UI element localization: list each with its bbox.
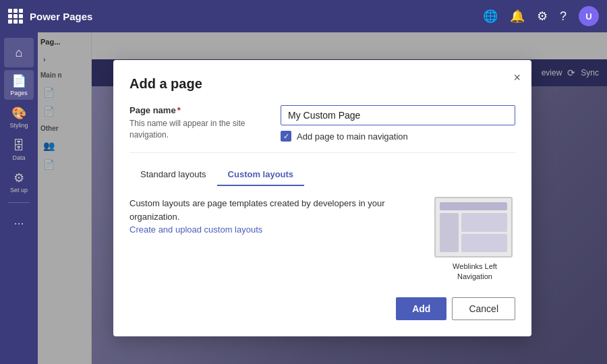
thumb-body (440, 213, 507, 252)
sidebar-item-data[interactable]: 🗄 Data (4, 135, 34, 164)
sidebar-item-home[interactable]: ⌂ (4, 38, 34, 67)
sidebar: ⌂ 📄 Pages 🎨 Styling 🗄 Data ⚙ Set up ··· (0, 32, 38, 364)
custom-desc-col: Custom layouts are page templates create… (129, 197, 418, 235)
thumb-header (440, 202, 507, 210)
checkbox-label: Add page to main navigation (297, 131, 408, 142)
topbar: Power Pages 🌐 🔔 ⚙ ? U (0, 0, 607, 32)
checkbox-row: ✓ Add page to main navigation (281, 131, 515, 142)
styling-label: Styling (9, 122, 28, 129)
data-label: Data (12, 154, 25, 161)
tab-custom-layouts[interactable]: Custom layouts (217, 164, 305, 186)
cancel-button[interactable]: Cancel (452, 297, 515, 320)
content-area: Pag... › Main n 📄 📄 Other 👥 📄 eview (38, 32, 607, 364)
page-name-row: Page name* This name will appear in the … (129, 105, 515, 142)
add-button[interactable]: Add (396, 297, 446, 320)
sidebar-item-pages[interactable]: 📄 Pages (4, 70, 34, 100)
help-icon[interactable]: ? (560, 9, 567, 24)
topbar-icons: 🌐 🔔 ⚙ ? U (483, 6, 599, 26)
avatar[interactable]: U (579, 6, 599, 26)
layout-content: Custom layouts are page templates create… (129, 197, 515, 281)
sidebar-divider (8, 202, 30, 203)
thumb-sidebar (440, 213, 459, 252)
home-icon: ⌂ (16, 46, 23, 60)
close-button[interactable]: × (513, 71, 521, 85)
form-label-col: Page name* This name will appear in the … (129, 105, 264, 141)
field-hint: This name will appear in the site naviga… (129, 118, 264, 141)
bell-icon[interactable]: 🔔 (510, 9, 525, 24)
sidebar-item-styling[interactable]: 🎨 Styling (4, 102, 34, 132)
setup-icon: ⚙ (13, 171, 24, 185)
modal-divider (129, 152, 515, 153)
app-title: Power Pages (30, 11, 476, 22)
modal-backdrop: Add a page × Page name* This name will a… (38, 32, 607, 364)
layout-tabs: Standard layouts Custom layouts (129, 164, 515, 186)
thumb-block-2 (461, 234, 507, 253)
tab-standard-layouts[interactable]: Standard layouts (129, 164, 217, 186)
modal-footer: Add Cancel (129, 297, 515, 320)
pages-label: Pages (10, 90, 28, 96)
page-name-input[interactable] (281, 105, 515, 125)
thumb-block-1 (461, 213, 507, 232)
thumb-preview (434, 197, 513, 257)
main-layout: ⌂ 📄 Pages 🎨 Styling 🗄 Data ⚙ Set up ··· … (0, 32, 607, 364)
custom-description: Custom layouts are page templates create… (129, 197, 418, 223)
sidebar-item-setup[interactable]: ⚙ Set up (4, 167, 34, 197)
data-icon: 🗄 (13, 139, 25, 153)
form-input-col: ✓ Add page to main navigation (281, 105, 515, 142)
create-upload-link[interactable]: Create and upload custom layouts (129, 224, 262, 235)
modal-title: Add a page (129, 76, 515, 92)
more-icon: ··· (13, 216, 24, 231)
grid-icon[interactable] (8, 9, 23, 24)
setup-label: Set up (10, 187, 28, 193)
pages-icon: 📄 (11, 73, 26, 88)
add-page-modal: Add a page × Page name* This name will a… (113, 60, 531, 336)
check-icon: ✓ (283, 132, 289, 141)
styling-icon: 🎨 (11, 106, 26, 121)
sidebar-item-more[interactable]: ··· (4, 208, 34, 238)
gear-icon[interactable]: ⚙ (537, 9, 548, 24)
page-name-label: Page name* (129, 105, 264, 115)
globe-icon[interactable]: 🌐 (483, 9, 498, 24)
template-label: Weblinks Left Navigation (434, 262, 515, 281)
required-marker: * (177, 105, 181, 115)
nav-checkbox[interactable]: ✓ (281, 131, 291, 142)
thumb-main (461, 213, 507, 252)
template-thumbnail[interactable]: Weblinks Left Navigation (434, 197, 515, 281)
